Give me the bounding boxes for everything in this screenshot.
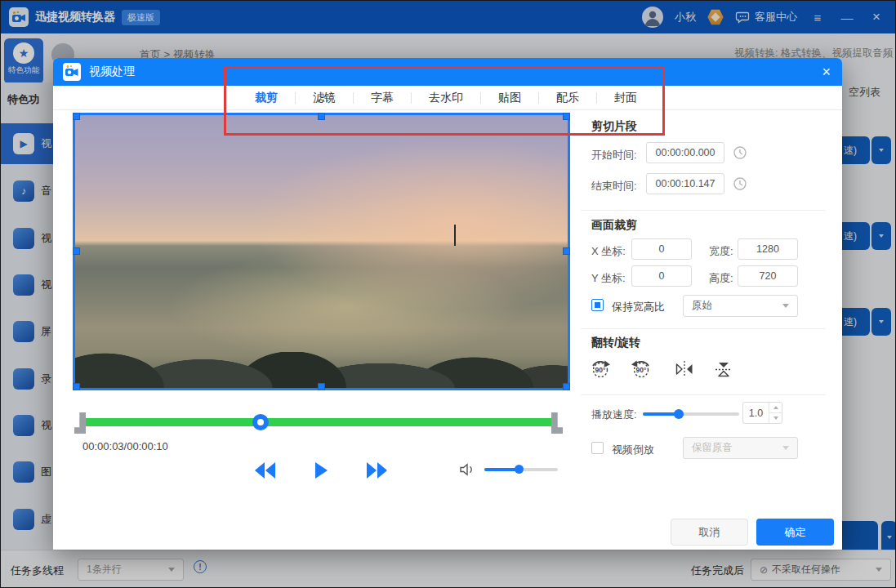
start-time-label: 开始时间: — [591, 148, 637, 163]
reverse-video-checkbox[interactable] — [591, 442, 604, 454]
crop-y-input[interactable] — [631, 265, 692, 287]
volume-knob[interactable] — [515, 465, 524, 474]
crop-handle-bm[interactable] — [318, 383, 325, 390]
crop-h-label: 高度: — [709, 271, 733, 286]
rewind-icon — [253, 460, 276, 481]
dialog-title: 视频处理 — [89, 65, 135, 79]
volume-icon[interactable] — [459, 461, 475, 481]
start-time-history-icon[interactable] — [733, 145, 747, 163]
divider — [581, 394, 826, 395]
crop-y-label: Y 坐标: — [591, 271, 626, 286]
chevron-down-icon — [782, 304, 789, 308]
section-rotate: 翻转/旋转 — [591, 336, 640, 350]
cancel-button[interactable]: 取消 — [671, 519, 748, 546]
speed-value-input[interactable] — [743, 403, 769, 423]
flip-vertical-button[interactable] — [713, 359, 734, 383]
speed-spinner[interactable] — [742, 402, 782, 424]
trim-handle-left[interactable] — [74, 412, 86, 434]
trim-handle-right[interactable] — [551, 412, 563, 434]
reverse-audio-dropdown[interactable]: 保留原音 — [683, 437, 798, 459]
ok-button[interactable]: 确定 — [756, 519, 834, 546]
end-time-label: 结束时间: — [591, 179, 637, 194]
crop-handle-br[interactable] — [563, 383, 570, 390]
flip-horizontal-button[interactable] — [674, 359, 695, 383]
video-pole — [454, 225, 456, 246]
speed-label: 播放速度: — [591, 408, 637, 422]
play-icon — [312, 460, 328, 481]
svg-text:90°: 90° — [595, 366, 606, 374]
end-time-input[interactable] — [646, 173, 724, 194]
start-time-input[interactable] — [646, 142, 724, 163]
fast-forward-button[interactable] — [366, 460, 389, 484]
rotate-cw-button[interactable]: 90° — [588, 357, 613, 385]
crop-x-label: X 坐标: — [591, 244, 626, 259]
annotation-rectangle — [224, 66, 665, 136]
divider — [581, 210, 826, 211]
dialog-camera-icon — [63, 63, 81, 81]
trim-timeline[interactable] — [82, 418, 557, 426]
fast-forward-icon — [366, 460, 389, 481]
playhead[interactable] — [252, 414, 269, 430]
crop-w-label: 宽度: — [709, 244, 733, 259]
crop-handle-tl[interactable] — [73, 113, 80, 120]
crop-h-input[interactable] — [738, 265, 798, 287]
chevron-down-icon — [782, 446, 789, 450]
reverse-video-label: 视频倒放 — [612, 443, 654, 457]
crop-handle-mr[interactable] — [563, 247, 570, 255]
ratio-dropdown[interactable]: 原始 — [683, 295, 798, 317]
keep-ratio-label: 保持宽高比 — [612, 300, 665, 314]
crop-handle-bl[interactable] — [73, 383, 80, 390]
video-preview[interactable] — [73, 113, 570, 390]
rewind-button[interactable] — [253, 460, 276, 484]
divider — [581, 328, 826, 329]
crop-w-input[interactable] — [738, 238, 798, 260]
end-time-history-icon[interactable] — [733, 176, 747, 194]
svg-text:90°: 90° — [636, 366, 647, 374]
spinner-down-icon[interactable] — [773, 416, 778, 420]
play-button[interactable] — [312, 460, 328, 484]
speed-knob[interactable] — [674, 409, 684, 419]
dialog-close-icon[interactable]: × — [822, 64, 831, 81]
playback-time: 00:00:03/00:00:10 — [82, 440, 168, 452]
crop-handle-ml[interactable] — [73, 247, 80, 255]
keep-ratio-checkbox[interactable] — [591, 299, 604, 311]
crop-x-input[interactable] — [631, 238, 692, 260]
app-window: 迅捷视频转换器 极速版 小秋 客服中心 ≡ — × ★ 特色功能 首页 > 视频… — [0, 0, 896, 588]
spinner-up-icon[interactable] — [773, 406, 778, 409]
rotate-ccw-button[interactable]: 90° — [629, 357, 653, 385]
section-crop: 画面裁剪 — [591, 218, 637, 233]
spinner-arrows[interactable] — [769, 403, 782, 423]
